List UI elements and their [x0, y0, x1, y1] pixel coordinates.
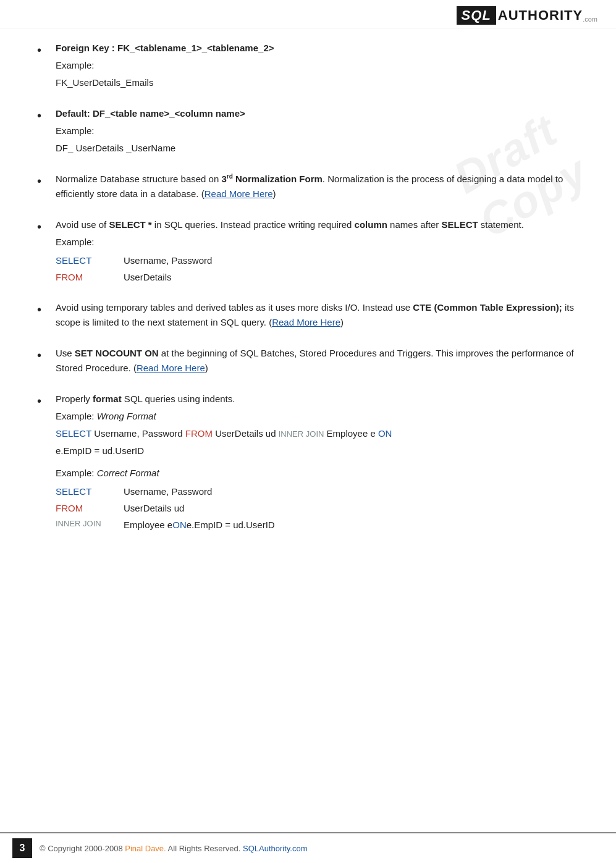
normalize-3: 3rd [221, 174, 232, 184]
bullet-icon: • [37, 347, 51, 364]
select-code-line-1: SELECT Username, Password [56, 252, 579, 269]
format-wrong-italic: Wrong Format [97, 411, 156, 421]
format-correct-line-2: FROM UserDetails ud [56, 500, 579, 516]
format-start: Properly [56, 394, 93, 404]
page-wrapper: SQL AUTHORITY .com DraftCopy • Foreign K… [0, 0, 616, 863]
nocount-link[interactable]: Read More Here [137, 363, 205, 373]
list-item: • Foreign Key : FK_<tablename_1>_<tablen… [37, 41, 579, 93]
fk-heading: Foreign Key : FK_<tablename_1>_<tablenam… [56, 43, 274, 53]
footer: 3 © Copyright 2000-2008 Pinal Dave. All … [0, 832, 616, 863]
format-wrong-line2: e.EmpID = ud.UserID [56, 445, 144, 456]
item-select-star: Avoid use of SELECT * in SQL queries. In… [56, 217, 579, 287]
copyright-start: © Copyright 2000-2008 [40, 844, 125, 853]
temp-start: Avoid using temporary tables and derived… [56, 302, 413, 313]
header: SQL AUTHORITY .com [0, 0, 616, 28]
format-wrong-code: Username, Password [91, 428, 185, 439]
format-correct-on: ON [172, 516, 187, 533]
content-area: • Foreign Key : FK_<tablename_1>_<tablen… [0, 28, 616, 832]
select-code-val-2: UserDetails [124, 269, 172, 285]
format-correct-val3: Employee e [124, 516, 172, 533]
main-list: • Foreign Key : FK_<tablename_1>_<tablen… [37, 41, 579, 534]
fk-example-label: Example: [56, 60, 95, 70]
select-star-end: names after [387, 219, 442, 230]
list-item: • Default: DF_<table name>_<column name>… [37, 106, 579, 158]
footer-page-number: 3 [12, 838, 32, 858]
nocount-start: Use [56, 348, 75, 358]
from-keyword-1: FROM [56, 269, 124, 285]
format-correct-innerjoin: INNER JOIN [56, 516, 124, 533]
normalize-link[interactable]: Read More Here [205, 188, 273, 199]
format-correct-italic: Correct Format [97, 468, 159, 478]
format-wrong-on: ON [378, 428, 392, 439]
select-code-val-1: Username, Password [124, 252, 212, 269]
list-item: • Use SET NOCOUNT ON at the beginning of… [37, 346, 579, 378]
format-wrong-code3: Employee e [324, 428, 378, 439]
select-keyword-1: SELECT [56, 252, 124, 269]
temp-link[interactable]: Read More Here [272, 317, 340, 327]
format-correct-select: SELECT [56, 483, 124, 500]
list-item: • Normalize Database structure based on … [37, 172, 579, 204]
bullet-icon: • [37, 392, 51, 410]
bullet-icon: • [37, 172, 51, 190]
format-correct-val1: Username, Password [124, 483, 212, 500]
copyright-author: Pinal Dave. [125, 844, 166, 853]
format-end: SQL queries using indents. [122, 394, 235, 404]
format-correct-val2: UserDetails ud [124, 500, 184, 516]
format-wrong-innerjoin: INNER JOIN [279, 429, 324, 439]
select-code-line-2: FROM UserDetails [56, 269, 579, 285]
logo-sql: SQL [457, 6, 496, 25]
nocount-bold: SET NOCOUNT ON [75, 348, 159, 358]
bullet-icon: • [37, 41, 51, 59]
format-wrong-label: Example: [56, 411, 97, 421]
item-set-nocount: Use SET NOCOUNT ON at the beginning of S… [56, 346, 579, 378]
format-correct-line-1: SELECT Username, Password [56, 483, 579, 500]
nocount-end: ) [205, 363, 208, 373]
footer-copyright: © Copyright 2000-2008 Pinal Dave. All Ri… [40, 844, 308, 853]
normalize-bold: Normalization Form [233, 174, 323, 184]
select-example-label: Example: [56, 237, 95, 247]
bullet-icon: • [37, 218, 51, 235]
format-correct-val4: e.EmpID = ud.UserID [187, 516, 275, 533]
default-example-label: Example: [56, 125, 95, 136]
format-wrong-from: FROM [185, 428, 213, 439]
item-format: Properly format SQL queries using indent… [56, 392, 579, 534]
select-star-bold3: SELECT [441, 219, 478, 230]
format-correct-from: FROM [56, 500, 124, 516]
format-correct-label: Example: [56, 468, 97, 478]
default-heading: Default: DF_<table name>_<column name> [56, 108, 245, 119]
format-correct-line-3: INNER JOIN Employee e ON e.EmpID = ud.Us… [56, 516, 579, 533]
format-correct-code-block: SELECT Username, Password FROM UserDetai… [56, 483, 579, 533]
format-wrong-code2: UserDetails ud [213, 428, 279, 439]
temp-bold: CTE (Common Table Expression); [413, 302, 562, 313]
normalize-text-start: Normalize Database structure based on [56, 174, 221, 184]
list-item: • Avoid using temporary tables and deriv… [37, 300, 579, 332]
select-code-block: SELECT Username, Password FROM UserDetai… [56, 252, 579, 285]
item-normalize: Normalize Database structure based on 3r… [56, 172, 579, 204]
temp-end2: ) [340, 317, 344, 327]
format-wrong-select: SELECT [56, 428, 91, 439]
copyright-mid: All Rights Reserved. [166, 844, 243, 853]
select-star-bold1: SELECT * [109, 219, 151, 230]
select-star-mid: in SQL queries. Instead practice writing… [152, 219, 355, 230]
bullet-icon: • [37, 107, 51, 124]
logo-dotcom: .com [583, 15, 597, 23]
normalize-superscript: rd [227, 173, 233, 180]
list-item: • Avoid use of SELECT * in SQL queries. … [37, 217, 579, 287]
logo-authority: AUTHORITY [496, 7, 583, 23]
select-star-start: Avoid use of [56, 219, 109, 230]
bullet-icon: • [37, 301, 51, 318]
copyright-site: SQLAuthority.com [243, 844, 308, 853]
format-bold: format [93, 394, 122, 404]
select-star-bold2: column [355, 219, 387, 230]
item-temp-tables: Avoid using temporary tables and derived… [56, 300, 579, 332]
item-foreign-key: Foreign Key : FK_<tablename_1>_<tablenam… [56, 41, 579, 93]
default-example-value: DF_ UserDetails _UserName [56, 143, 175, 153]
normalize-text-end: ) [273, 188, 276, 199]
list-item: • Properly format SQL queries using inde… [37, 392, 579, 534]
item-default: Default: DF_<table name>_<column name> E… [56, 106, 579, 158]
select-star-end2: statement. [478, 219, 524, 230]
logo: SQL AUTHORITY .com [457, 6, 597, 25]
fk-example-value: FK_UserDetails_Emails [56, 77, 153, 88]
